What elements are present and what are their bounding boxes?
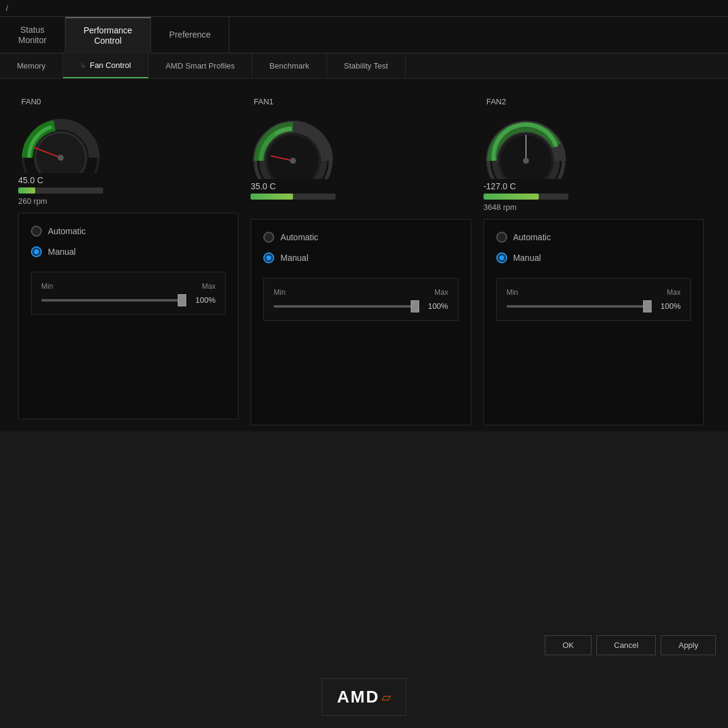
fan0-auto-radio[interactable]: Automatic [31,226,226,237]
fan2-section: FAN2 -127.0 C [484,97,710,425]
fan1-manual-circle [263,252,274,263]
fan1-rpm [251,203,253,212]
fan0-gauge-container: 45.0 C 260 rpm [18,112,238,206]
fan1-auto-radio[interactable]: Automatic [263,232,458,243]
fan1-slider-value: 100% [424,302,448,311]
bottom-actions: OK Cancel Apply [545,635,716,655]
fan1-slider-box: Min Max 100% [263,278,458,321]
fan2-manual-radio[interactable]: Manual [496,252,691,263]
fan0-manual-radio[interactable]: Manual [31,246,226,257]
fan2-gauge-container: -127.0 C 3648 rpm [484,112,704,212]
fan2-auto-radio[interactable]: Automatic [496,232,691,243]
fan1-auto-circle [263,232,274,243]
amd-logo-box: AMD ▱ [322,678,406,716]
fan1-slider-track[interactable] [274,305,419,308]
fan0-label: FAN0 [18,97,238,106]
fan0-temp: 45.0 C [18,175,43,185]
fan2-label: FAN2 [484,97,704,106]
svg-point-4 [58,155,64,161]
fan1-manual-radio[interactable]: Manual [263,252,458,263]
svg-point-16 [523,158,529,164]
subtab-benchmark[interactable]: Benchmark [252,53,327,78]
fan1-radio-group: Automatic Manual [263,232,458,263]
apply-button[interactable]: Apply [661,635,716,655]
nav-row1: StatusMonitor PerformanceControl Prefere… [0,17,728,53]
top-bar: / [0,0,728,17]
window-title: / [6,4,8,13]
tab-status-monitor[interactable]: StatusMonitor [0,17,66,53]
tab-performance-control[interactable]: PerformanceControl [66,17,151,53]
fans-row: FAN0 [12,91,716,425]
fan1-section: FAN1 [251,97,477,425]
fan1-slider-row: 100% [274,302,448,311]
fan0-slider-labels: Min Max [41,282,215,291]
fan2-control-box: Automatic Manual Min Max [484,219,704,425]
fan0-auto-circle [31,226,42,237]
amd-logo-arrow: ▱ [382,690,391,704]
fan0-slider-box: Min Max 100% [31,272,226,315]
fan1-gauge-container: 35.0 C [251,112,471,212]
fan1-progress [251,194,335,200]
fan1-slider-labels: Min Max [274,288,448,297]
fan2-radio-group: Automatic Manual [496,232,691,263]
fan0-section: FAN0 [18,97,244,425]
fan0-slider-track[interactable] [41,299,186,302]
fan2-slider-track[interactable] [507,305,652,308]
arrow-icon: ↳ [80,61,86,70]
fan0-slider-row: 100% [41,295,215,305]
fan0-progress [18,187,103,194]
ok-button[interactable]: OK [545,635,592,655]
fan0-manual-circle [31,246,42,257]
fan1-label: FAN1 [251,97,471,106]
fan1-gauge [251,112,335,179]
subtab-memory[interactable]: Memory [0,53,63,78]
cancel-button[interactable]: Cancel [596,635,656,655]
subtab-fan-control[interactable]: ↳ Fan Control [63,53,149,78]
fan0-gauge [18,112,103,173]
fan2-manual-circle [496,252,507,263]
fan1-temp: 35.0 C [251,181,275,191]
fan2-slider-row: 100% [507,302,681,311]
fan0-slider-thumb[interactable] [178,294,186,306]
fan0-rpm: 260 rpm [18,197,47,206]
fan2-auto-circle [496,232,507,243]
main-content: FAN0 [0,79,728,431]
fan2-slider-thumb[interactable] [643,300,652,312]
subtab-amd-smart-profiles[interactable]: AMD Smart Profiles [149,53,252,78]
fan2-temp: -127.0 C [484,181,516,191]
amd-logo-area: AMD ▱ [322,678,406,716]
fan0-slider-value: 100% [191,295,215,305]
fan2-rpm: 3648 rpm [484,203,517,212]
amd-logo-text: AMD [337,687,380,707]
fan2-gauge [484,112,568,179]
fan1-slider-thumb[interactable] [411,300,419,312]
nav-row2: Memory ↳ Fan Control AMD Smart Profiles … [0,53,728,79]
fan2-progress [484,194,568,200]
fan2-slider-labels: Min Max [507,288,681,297]
fan0-control-box: Automatic Manual Min Max [18,213,238,419]
fan2-slider-box: Min Max 100% [496,278,691,321]
subtab-stability-test[interactable]: Stability Test [327,53,406,78]
fan0-radio-group: Automatic Manual [31,226,226,257]
svg-point-10 [290,158,296,164]
tab-preference[interactable]: Preference [151,17,229,53]
fan1-control-box: Automatic Manual Min Max [251,219,471,425]
fan2-slider-value: 100% [656,302,681,311]
